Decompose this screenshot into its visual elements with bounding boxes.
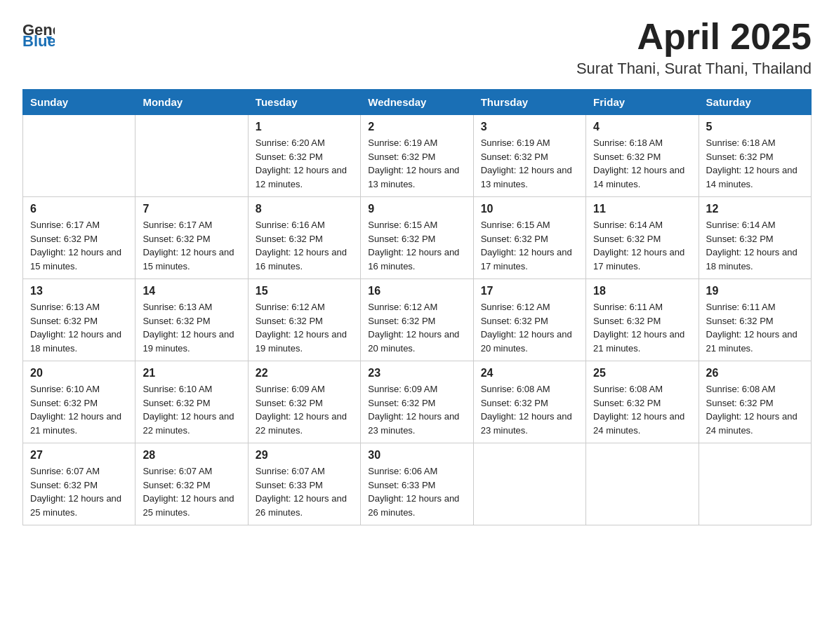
day-info: Sunrise: 6:06 AMSunset: 6:33 PMDaylight:… [368, 464, 465, 519]
calendar-cell: 24Sunrise: 6:08 AMSunset: 6:32 PMDayligh… [473, 361, 585, 443]
calendar-cell: 1Sunrise: 6:20 AMSunset: 6:32 PMDaylight… [248, 115, 360, 197]
day-number: 8 [256, 203, 353, 215]
day-info: Sunrise: 6:08 AMSunset: 6:32 PMDaylight:… [706, 382, 804, 437]
day-number: 1 [256, 121, 353, 133]
day-number: 29 [256, 449, 353, 462]
calendar-week-row: 6Sunrise: 6:17 AMSunset: 6:32 PMDaylight… [23, 197, 812, 279]
calendar-cell: 6Sunrise: 6:17 AMSunset: 6:32 PMDaylight… [23, 197, 135, 279]
day-info: Sunrise: 6:13 AMSunset: 6:32 PMDaylight:… [143, 300, 240, 355]
weekday-header-saturday: Saturday [699, 90, 811, 115]
day-number: 16 [368, 285, 465, 297]
calendar-cell: 13Sunrise: 6:13 AMSunset: 6:32 PMDayligh… [23, 279, 135, 361]
day-number: 5 [706, 121, 804, 133]
day-number: 15 [256, 285, 353, 297]
calendar-cell: 14Sunrise: 6:13 AMSunset: 6:32 PMDayligh… [135, 279, 248, 361]
day-number: 28 [143, 449, 240, 462]
day-number: 24 [481, 367, 578, 380]
calendar-cell: 3Sunrise: 6:19 AMSunset: 6:32 PMDaylight… [473, 115, 585, 197]
calendar-cell: 20Sunrise: 6:10 AMSunset: 6:32 PMDayligh… [23, 361, 135, 443]
day-number: 25 [593, 367, 691, 380]
calendar-cell: 7Sunrise: 6:17 AMSunset: 6:32 PMDaylight… [135, 197, 248, 279]
day-number: 11 [593, 203, 691, 215]
day-number: 23 [368, 367, 465, 380]
calendar-cell: 16Sunrise: 6:12 AMSunset: 6:32 PMDayligh… [361, 279, 473, 361]
day-info: Sunrise: 6:09 AMSunset: 6:32 PMDaylight:… [368, 382, 465, 437]
day-info: Sunrise: 6:11 AMSunset: 6:32 PMDaylight:… [593, 300, 691, 355]
calendar-cell: 19Sunrise: 6:11 AMSunset: 6:32 PMDayligh… [699, 279, 811, 361]
day-number: 4 [593, 121, 691, 133]
day-number: 3 [481, 121, 578, 133]
day-info: Sunrise: 6:12 AMSunset: 6:32 PMDaylight:… [368, 300, 465, 355]
day-info: Sunrise: 6:07 AMSunset: 6:32 PMDaylight:… [30, 464, 128, 519]
day-info: Sunrise: 6:07 AMSunset: 6:32 PMDaylight:… [143, 464, 240, 519]
day-number: 7 [143, 203, 240, 215]
day-info: Sunrise: 6:14 AMSunset: 6:32 PMDaylight:… [706, 218, 804, 273]
calendar-cell: 18Sunrise: 6:11 AMSunset: 6:32 PMDayligh… [586, 279, 699, 361]
calendar-cell: 8Sunrise: 6:16 AMSunset: 6:32 PMDaylight… [248, 197, 360, 279]
calendar-cell [699, 443, 811, 525]
day-number: 6 [30, 203, 128, 215]
weekday-header-wednesday: Wednesday [361, 90, 473, 115]
day-info: Sunrise: 6:10 AMSunset: 6:32 PMDaylight:… [143, 382, 240, 437]
day-number: 13 [30, 285, 128, 297]
title-area: April 2025 Surat Thani, Surat Thani, Tha… [576, 17, 812, 78]
calendar-cell: 11Sunrise: 6:14 AMSunset: 6:32 PMDayligh… [586, 197, 699, 279]
calendar-cell [135, 115, 248, 197]
calendar-cell: 30Sunrise: 6:06 AMSunset: 6:33 PMDayligh… [361, 443, 473, 525]
calendar-cell: 26Sunrise: 6:08 AMSunset: 6:32 PMDayligh… [699, 361, 811, 443]
day-info: Sunrise: 6:13 AMSunset: 6:32 PMDaylight:… [30, 300, 128, 355]
day-number: 12 [706, 203, 804, 215]
calendar-cell: 12Sunrise: 6:14 AMSunset: 6:32 PMDayligh… [699, 197, 811, 279]
weekday-header-sunday: Sunday [23, 90, 135, 115]
day-info: Sunrise: 6:19 AMSunset: 6:32 PMDaylight:… [481, 136, 578, 191]
location-subtitle: Surat Thani, Surat Thani, Thailand [576, 60, 812, 78]
calendar-table: SundayMondayTuesdayWednesdayThursdayFrid… [22, 89, 812, 525]
calendar-cell: 27Sunrise: 6:07 AMSunset: 6:32 PMDayligh… [23, 443, 135, 525]
day-info: Sunrise: 6:16 AMSunset: 6:32 PMDaylight:… [256, 218, 353, 273]
calendar-cell [586, 443, 699, 525]
calendar-week-row: 13Sunrise: 6:13 AMSunset: 6:32 PMDayligh… [23, 279, 812, 361]
day-number: 14 [143, 285, 240, 297]
weekday-header-tuesday: Tuesday [248, 90, 360, 115]
page-header: General Blue April 2025 Surat Thani, Sur… [22, 17, 812, 78]
calendar-cell [23, 115, 135, 197]
calendar-week-row: 20Sunrise: 6:10 AMSunset: 6:32 PMDayligh… [23, 361, 812, 443]
day-number: 20 [30, 367, 128, 380]
calendar-week-row: 27Sunrise: 6:07 AMSunset: 6:32 PMDayligh… [23, 443, 812, 525]
day-number: 9 [368, 203, 465, 215]
day-info: Sunrise: 6:19 AMSunset: 6:32 PMDaylight:… [368, 136, 465, 191]
calendar-cell: 25Sunrise: 6:08 AMSunset: 6:32 PMDayligh… [586, 361, 699, 443]
day-info: Sunrise: 6:08 AMSunset: 6:32 PMDaylight:… [481, 382, 578, 437]
weekday-header-row: SundayMondayTuesdayWednesdayThursdayFrid… [23, 90, 812, 115]
calendar-cell: 29Sunrise: 6:07 AMSunset: 6:33 PMDayligh… [248, 443, 360, 525]
calendar-cell: 28Sunrise: 6:07 AMSunset: 6:32 PMDayligh… [135, 443, 248, 525]
day-number: 17 [481, 285, 578, 297]
month-title: April 2025 [576, 17, 812, 57]
day-number: 26 [706, 367, 804, 380]
day-info: Sunrise: 6:18 AMSunset: 6:32 PMDaylight:… [593, 136, 691, 191]
day-info: Sunrise: 6:15 AMSunset: 6:32 PMDaylight:… [481, 218, 578, 273]
day-number: 2 [368, 121, 465, 133]
calendar-cell: 17Sunrise: 6:12 AMSunset: 6:32 PMDayligh… [473, 279, 585, 361]
day-number: 22 [256, 367, 353, 380]
calendar-cell: 22Sunrise: 6:09 AMSunset: 6:32 PMDayligh… [248, 361, 360, 443]
day-info: Sunrise: 6:17 AMSunset: 6:32 PMDaylight:… [30, 218, 128, 273]
day-number: 19 [706, 285, 804, 297]
day-info: Sunrise: 6:08 AMSunset: 6:32 PMDaylight:… [593, 382, 691, 437]
day-info: Sunrise: 6:14 AMSunset: 6:32 PMDaylight:… [593, 218, 691, 273]
day-number: 30 [368, 449, 465, 462]
calendar-cell: 5Sunrise: 6:18 AMSunset: 6:32 PMDaylight… [699, 115, 811, 197]
svg-text:Blue: Blue [22, 32, 55, 48]
calendar-cell: 9Sunrise: 6:15 AMSunset: 6:32 PMDaylight… [361, 197, 473, 279]
day-info: Sunrise: 6:12 AMSunset: 6:32 PMDaylight:… [256, 300, 353, 355]
calendar-cell: 2Sunrise: 6:19 AMSunset: 6:32 PMDaylight… [361, 115, 473, 197]
calendar-cell: 10Sunrise: 6:15 AMSunset: 6:32 PMDayligh… [473, 197, 585, 279]
day-info: Sunrise: 6:15 AMSunset: 6:32 PMDaylight:… [368, 218, 465, 273]
calendar-cell: 4Sunrise: 6:18 AMSunset: 6:32 PMDaylight… [586, 115, 699, 197]
day-info: Sunrise: 6:11 AMSunset: 6:32 PMDaylight:… [706, 300, 804, 355]
day-number: 27 [30, 449, 128, 462]
day-info: Sunrise: 6:09 AMSunset: 6:32 PMDaylight:… [256, 382, 353, 437]
logo: General Blue [22, 17, 58, 48]
day-number: 10 [481, 203, 578, 215]
day-info: Sunrise: 6:17 AMSunset: 6:32 PMDaylight:… [143, 218, 240, 273]
